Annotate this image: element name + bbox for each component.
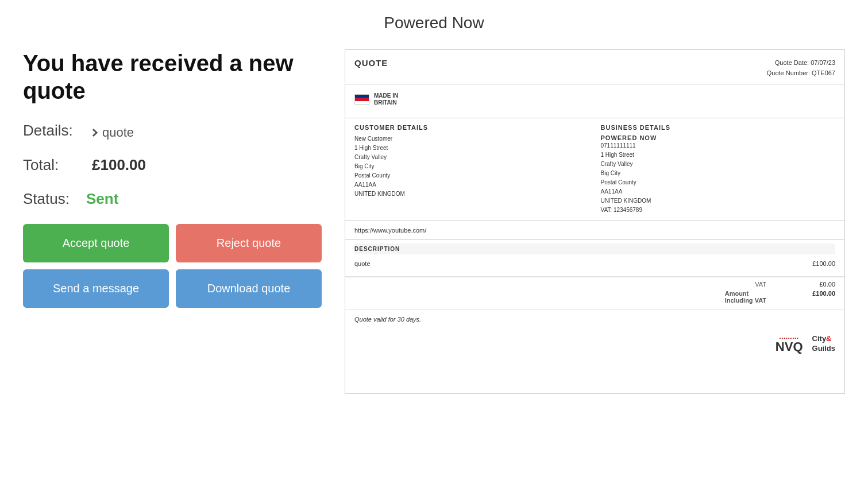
nvq-text: NVQ [776, 341, 803, 353]
business-name: POWERED NOW [601, 134, 836, 141]
customer-heading: CUSTOMER DETAILS [354, 124, 589, 131]
made-in-britain-text: MADE INBRITAIN [374, 92, 398, 106]
description-section: DESCRIPTION quote £100.00 [345, 240, 844, 277]
description-heading: DESCRIPTION [354, 243, 835, 254]
details-label: Details: [23, 122, 86, 140]
customer-details: CUSTOMER DETAILS New Customer1 High Stre… [354, 124, 589, 215]
vat-label: VAT [755, 281, 766, 288]
quote-heading: You have received a new quote [23, 49, 322, 105]
quote-logo-section: MADE INBRITAIN [345, 84, 844, 118]
line-item-row: quote £100.00 [354, 259, 835, 268]
quote-date: Quote Date: 07/07/23 [767, 58, 835, 68]
quote-url: https://www.youtube.com/ [354, 227, 426, 234]
left-panel: You have received a new quote Details: q… [23, 49, 322, 308]
details-row: Details: quote [23, 122, 322, 140]
line-items: quote £100.00 [354, 254, 835, 273]
url-section: https://www.youtube.com/ [345, 221, 844, 240]
city-guilds-badge: City&Guilds [812, 334, 835, 354]
reject-quote-button[interactable]: Reject quote [176, 224, 322, 262]
amount-row: AmountIncluding VAT £100.00 [354, 289, 835, 305]
line-item-value: £100.00 [812, 260, 835, 267]
business-heading: BUSINESS DETAILS [601, 124, 836, 131]
chevron-icon [90, 129, 98, 137]
total-label: Total: [23, 156, 86, 174]
amount-value: £100.00 [801, 290, 835, 304]
details-section: CUSTOMER DETAILS New Customer1 High Stre… [345, 118, 844, 221]
quote-meta: Quote Date: 07/07/23 Quote Number: QTE06… [767, 58, 835, 78]
details-link-text: quote [102, 125, 134, 140]
send-message-button[interactable]: Send a message [23, 269, 169, 308]
vat-row: VAT £0.00 [354, 280, 835, 289]
customer-address: New Customer1 High StreetCrafty ValleyBi… [354, 134, 589, 199]
line-item-name: quote [354, 260, 371, 267]
vat-value: £0.00 [801, 281, 835, 288]
quote-header-row: QUOTE Quote Date: 07/07/23 Quote Number:… [345, 50, 844, 84]
page-header: Powered Now [0, 0, 868, 44]
total-value: £100.00 [92, 156, 146, 174]
business-address: 071111111111 High StreetCrafty ValleyBig… [601, 141, 836, 215]
badges-section: ••••••••• NVQ City&Guilds [345, 328, 844, 359]
quote-label: QUOTE [354, 58, 388, 78]
nvq-badge: ••••••••• NVQ [776, 335, 803, 353]
quote-preview: QUOTE Quote Date: 07/07/23 Quote Number:… [345, 49, 845, 394]
details-link[interactable]: quote [91, 125, 134, 140]
made-in-britain-logo: MADE INBRITAIN [354, 92, 835, 106]
business-details: BUSINESS DETAILS POWERED NOW 07111111111… [601, 124, 836, 215]
status-label: Status: [23, 190, 86, 208]
download-quote-button[interactable]: Download quote [176, 269, 322, 308]
totals-section: VAT £0.00 AmountIncluding VAT £100.00 [345, 277, 844, 310]
status-value: Sent [86, 190, 118, 208]
valid-note-text: Quote valid for 30 days. [354, 316, 421, 323]
status-row: Status: Sent [23, 190, 322, 208]
actions-grid: Accept quote Reject quote Send a message… [23, 224, 322, 308]
valid-note: Quote valid for 30 days. [345, 310, 844, 328]
amount-label: AmountIncluding VAT [725, 290, 766, 304]
accept-quote-button[interactable]: Accept quote [23, 224, 169, 262]
header-title: Powered Now [384, 14, 484, 32]
total-row: Total: £100.00 [23, 156, 322, 174]
quote-number: Quote Number: QTE067 [767, 68, 835, 79]
